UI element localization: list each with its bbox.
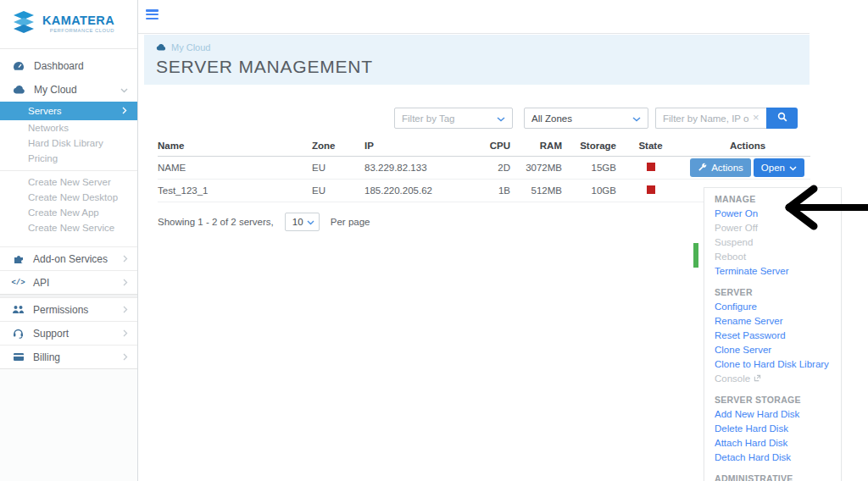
column-header-cpu: CPU: [472, 138, 510, 157]
sidebar-item-create-new-app[interactable]: Create New App: [0, 205, 137, 220]
sidebar-nav: Dashboard My Cloud Servers Networks: [0, 49, 137, 368]
per-page-select[interactable]: 10: [285, 213, 320, 231]
menu-item-detach-hard-disk[interactable]: Detach Hard Disk: [715, 451, 841, 465]
sidebar-item-label: Hard Disk Library: [28, 138, 103, 148]
credit-card-icon: [11, 352, 25, 362]
annotation-arrow-left-icon: [782, 184, 868, 235]
menu-item-reset-password[interactable]: Reset Password: [715, 329, 841, 343]
menu-section-header: SERVER: [715, 287, 841, 297]
column-header-ram: RAM: [510, 138, 562, 157]
open-button[interactable]: Open: [754, 158, 804, 177]
sidebar-item-my-cloud[interactable]: My Cloud: [0, 78, 137, 102]
cell-state: [616, 157, 685, 180]
menu-item-console: Console: [715, 372, 841, 386]
menu-section-header: SERVER STORAGE: [715, 395, 841, 405]
cell-zone: EU: [312, 157, 364, 180]
menu-item-attach-hard-disk[interactable]: Attach Hard Disk: [715, 436, 841, 451]
chevron-down-icon: [497, 113, 505, 124]
sidebar-item-label: Create New App: [28, 207, 99, 218]
search-button[interactable]: [766, 108, 798, 129]
zones-selected-value: All Zones: [531, 113, 572, 124]
sidebar-item-hard-disk-library[interactable]: Hard Disk Library: [0, 135, 137, 151]
sidebar-divider: [0, 170, 137, 171]
sidebar-item-create-new-desktop[interactable]: Create New Desktop: [0, 190, 137, 205]
menu-item-terminate-server[interactable]: Terminate Server: [715, 264, 841, 279]
cell-cpu: 1B: [472, 180, 510, 202]
cell-ip: 83.229.82.133: [364, 157, 472, 180]
chevron-down-icon: [789, 163, 797, 173]
sidebar-item-dashboard[interactable]: Dashboard: [0, 54, 137, 78]
brand-logo[interactable]: KAMATERA PERFORMANCE CLOUD: [0, 0, 137, 49]
hamburger-menu-icon[interactable]: [146, 9, 159, 21]
sidebar-item-support[interactable]: Support: [0, 321, 137, 345]
sidebar-item-label: Create New Service: [28, 223, 114, 233]
chevron-right-icon: [123, 253, 128, 265]
cell-actions: Actions Open: [685, 157, 810, 180]
zones-select[interactable]: All Zones: [524, 108, 648, 129]
table-header-row: Name Zone IP CPU RAM Storage State Actio…: [158, 138, 810, 157]
sidebar-item-label: Add-on Services: [33, 253, 108, 265]
menu-item-delete-hard-disk[interactable]: Delete Hard Disk: [715, 422, 841, 436]
column-header-actions: Actions: [685, 138, 810, 157]
filter-by-tag-placeholder: Filter by Tag: [402, 113, 454, 124]
sidebar-item-api[interactable]: </> API: [0, 270, 137, 294]
sidebar-item-pricing[interactable]: Pricing: [0, 151, 137, 166]
cell-ip: 185.220.205.62: [364, 180, 472, 202]
menu-item-clone-server[interactable]: Clone Server: [715, 343, 841, 357]
sidebar-item-permissions[interactable]: Permissions: [0, 297, 137, 321]
menu-item-rename-server[interactable]: Rename Server: [715, 314, 841, 329]
sidebar-item-billing[interactable]: Billing: [0, 345, 137, 368]
search-input[interactable]: [655, 108, 766, 129]
menu-item-clone-to-hard-disk-library[interactable]: Clone to Hard Disk Library: [715, 357, 841, 372]
cloud-icon: [12, 86, 25, 94]
chevron-down-icon: [632, 113, 641, 124]
wrench-icon: [698, 163, 707, 174]
sidebar-item-label: My Cloud: [34, 84, 77, 96]
column-header-zone: Zone: [312, 138, 364, 157]
filter-by-tag-select[interactable]: Filter by Tag: [394, 108, 513, 129]
sidebar-item-create-new-server[interactable]: Create New Server: [0, 174, 137, 190]
clear-icon[interactable]: ×: [753, 111, 760, 124]
cell-ram: 3072MB: [510, 157, 562, 180]
sidebar-item-create-new-service[interactable]: Create New Service: [0, 220, 137, 235]
kamatera-logo-icon: [11, 10, 36, 39]
menu-item-configure[interactable]: Configure: [715, 300, 841, 314]
state-indicator: [647, 185, 655, 194]
sidebar-item-label: Support: [33, 328, 69, 340]
menu-section-header: ADMINISTRATIVE: [715, 473, 841, 481]
users-icon: [11, 305, 25, 314]
column-header-ip: IP: [364, 138, 472, 157]
breadcrumb-cloud-icon: [156, 42, 166, 53]
menu-item-label: Console: [715, 372, 750, 386]
brand-tagline: PERFORMANCE CLOUD: [42, 29, 114, 34]
menu-item-add-new-hard-disk[interactable]: Add New Hard Disk: [715, 407, 841, 422]
brand-text: KAMATERA PERFORMANCE CLOUD: [42, 14, 114, 33]
sidebar-item-label: Create New Server: [28, 177, 111, 187]
chevron-right-icon: [123, 351, 128, 363]
sidebar-item-networks[interactable]: Networks: [0, 120, 137, 135]
open-label: Open: [761, 163, 785, 173]
sidebar-footer: [0, 368, 137, 481]
sidebar: KAMATERA PERFORMANCE CLOUD Dashboard My …: [0, 0, 138, 481]
chevron-down-icon: [307, 217, 314, 227]
sidebar-item-label: API: [33, 277, 49, 289]
pagination-summary: Showing 1 - 2 of 2 servers,: [158, 217, 274, 227]
cell-state: [616, 180, 685, 202]
chevron-right-icon: [122, 106, 127, 116]
row-actions-button[interactable]: Actions: [690, 158, 751, 177]
sidebar-item-addon-services[interactable]: Add-on Services: [0, 246, 137, 270]
column-header-storage: Storage: [562, 138, 616, 157]
search-group: ×: [655, 108, 798, 129]
breadcrumb-label: My Cloud: [171, 42, 210, 53]
chevron-right-icon: [123, 304, 128, 316]
api-code-icon: </>: [11, 279, 25, 287]
chevron-down-icon: [120, 84, 128, 96]
sidebar-item-servers[interactable]: Servers: [0, 102, 137, 120]
cell-name: Test_123_1: [158, 180, 312, 202]
headset-icon: [11, 328, 25, 339]
sidebar-bottom-group: Add-on Services </> API: [0, 246, 137, 368]
puzzle-icon: [11, 253, 25, 264]
chevron-right-icon: [123, 328, 128, 340]
cell-cpu: 2D: [472, 157, 510, 180]
topbar: [138, 0, 810, 34]
